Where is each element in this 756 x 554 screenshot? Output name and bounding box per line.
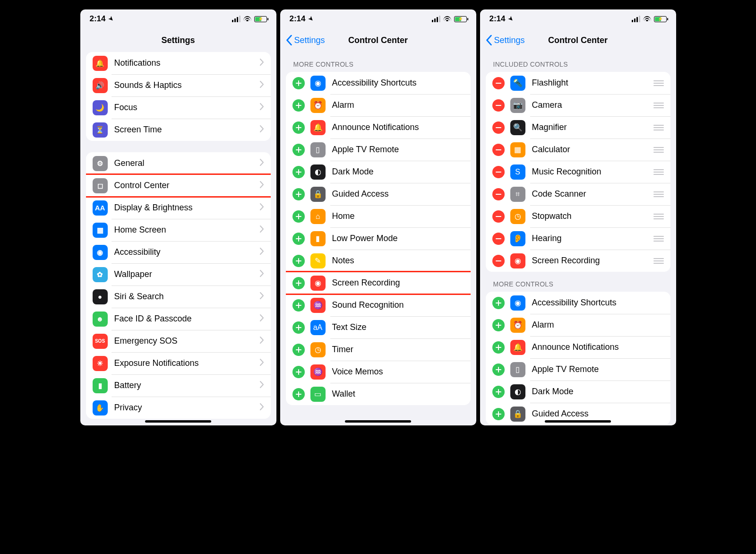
add-button[interactable] bbox=[492, 341, 505, 354]
cc-list[interactable]: Included Controls 🔦Flashlight📷Camera🔍Mag… bbox=[480, 52, 676, 425]
home-indicator[interactable] bbox=[545, 420, 611, 423]
add-button[interactable] bbox=[292, 210, 305, 223]
cc-row-accessibility-shortcuts[interactable]: ◉Accessibility Shortcuts bbox=[286, 72, 471, 94]
settings-row-siri-search[interactable]: ●Siri & Search bbox=[86, 286, 271, 308]
add-button[interactable] bbox=[292, 77, 305, 89]
cc-row-accessibility-shortcuts[interactable]: ◉Accessibility Shortcuts bbox=[486, 292, 670, 314]
settings-row-control-center[interactable]: ◻Control Center bbox=[86, 174, 271, 197]
cc-row-timer[interactable]: ◷Timer bbox=[286, 338, 471, 361]
add-button[interactable] bbox=[492, 297, 505, 309]
settings-row-face-id-passcode[interactable]: ☻Face ID & Passcode bbox=[86, 308, 271, 330]
back-button[interactable]: Settings bbox=[486, 35, 525, 45]
drag-handle-icon[interactable] bbox=[653, 101, 664, 110]
home-indicator[interactable] bbox=[345, 420, 411, 423]
cc-row-code-scanner[interactable]: ⌗Code Scanner bbox=[486, 183, 670, 205]
cc-row-flashlight[interactable]: 🔦Flashlight bbox=[486, 72, 670, 94]
add-button[interactable] bbox=[292, 366, 305, 378]
add-button[interactable] bbox=[292, 188, 305, 200]
cc-row-text-size[interactable]: aAText Size bbox=[286, 316, 471, 338]
settings-row-screen-time[interactable]: ⏳Screen Time bbox=[86, 119, 271, 141]
settings-row-accessibility[interactable]: ◉Accessibility bbox=[86, 241, 271, 263]
row-label: Camera bbox=[532, 100, 653, 110]
drag-handle-icon[interactable] bbox=[653, 234, 664, 243]
drag-handle-icon[interactable] bbox=[653, 212, 664, 221]
cc-row-low-power-mode[interactable]: ▮Low Power Mode bbox=[286, 227, 471, 250]
rem-button[interactable] bbox=[492, 233, 505, 245]
rem-button[interactable] bbox=[492, 144, 505, 156]
cc-row-announce-notifications[interactable]: 🔔Announce Notifications bbox=[486, 336, 670, 358]
cc-row-announce-notifications[interactable]: 🔔Announce Notifications bbox=[286, 116, 471, 138]
code-scanner-icon: ⌗ bbox=[510, 187, 525, 202]
add-button[interactable] bbox=[292, 388, 305, 400]
add-button[interactable] bbox=[292, 344, 305, 356]
cc-row-stopwatch[interactable]: ◷Stopwatch bbox=[486, 205, 670, 227]
add-button[interactable] bbox=[492, 408, 505, 420]
home-indicator[interactable] bbox=[145, 420, 211, 423]
rem-button[interactable] bbox=[492, 121, 505, 134]
cc-row-screen-recording[interactable]: ◉Screen Recording bbox=[286, 272, 471, 294]
cc-row-dark-mode[interactable]: ◐Dark Mode bbox=[286, 161, 471, 183]
cc-row-notes[interactable]: ✎Notes bbox=[286, 250, 471, 272]
rem-button[interactable] bbox=[492, 188, 505, 200]
cc-row-alarm[interactable]: ⏰Alarm bbox=[486, 314, 670, 336]
rem-button[interactable] bbox=[492, 255, 505, 267]
settings-row-sounds-haptics[interactable]: 🔊Sounds & Haptics bbox=[86, 74, 271, 96]
add-button[interactable] bbox=[292, 233, 305, 245]
add-button[interactable] bbox=[292, 121, 305, 134]
add-button[interactable] bbox=[292, 299, 305, 312]
settings-row-battery[interactable]: ▮Battery bbox=[86, 374, 271, 397]
cc-row-calculator[interactable]: ▦Calculator bbox=[486, 138, 670, 161]
add-button[interactable] bbox=[292, 166, 305, 178]
settings-row-emergency-sos[interactable]: SOSEmergency SOS bbox=[86, 330, 271, 352]
cc-row-hearing[interactable]: 👂Hearing bbox=[486, 227, 670, 250]
add-button[interactable] bbox=[292, 144, 305, 156]
add-button[interactable] bbox=[492, 386, 505, 398]
add-button[interactable] bbox=[292, 321, 305, 334]
cc-row-screen-recording[interactable]: ◉Screen Recording bbox=[486, 250, 670, 272]
settings-row-focus[interactable]: 🌙Focus bbox=[86, 96, 271, 119]
settings-row-privacy[interactable]: ✋Privacy bbox=[86, 397, 271, 419]
cc-row-voice-memos[interactable]: ♒Voice Memos bbox=[286, 361, 471, 383]
settings-row-display-brightness[interactable]: AADisplay & Brightness bbox=[86, 197, 271, 219]
rem-button[interactable] bbox=[492, 99, 505, 112]
cc-list[interactable]: More Controls ◉Accessibility Shortcuts⏰A… bbox=[280, 52, 476, 425]
row-label: Calculator bbox=[532, 145, 653, 155]
add-button[interactable] bbox=[292, 277, 305, 289]
add-button[interactable] bbox=[492, 364, 505, 376]
settings-row-wallpaper[interactable]: ✿Wallpaper bbox=[86, 263, 271, 286]
drag-handle-icon[interactable] bbox=[653, 123, 664, 132]
cc-row-apple-tv-remote[interactable]: ▯Apple TV Remote bbox=[286, 138, 471, 161]
rem-button[interactable] bbox=[492, 77, 505, 89]
settings-row-home-screen[interactable]: ▦Home Screen bbox=[86, 219, 271, 241]
cc-row-sound-recognition[interactable]: ♒Sound Recognition bbox=[286, 294, 471, 316]
cc-row-alarm[interactable]: ⏰Alarm bbox=[286, 94, 471, 116]
rem-button[interactable] bbox=[492, 166, 505, 178]
chevron-right-icon bbox=[260, 225, 264, 234]
cc-row-dark-mode[interactable]: ◐Dark Mode bbox=[486, 381, 670, 403]
cc-row-apple-tv-remote[interactable]: ▯Apple TV Remote bbox=[486, 358, 670, 381]
cc-row-camera[interactable]: 📷Camera bbox=[486, 94, 670, 116]
phone-cc-more: 2:14➤ ⚡ Settings Control Center More Con… bbox=[280, 9, 476, 425]
cc-row-magnifier[interactable]: 🔍Magnifier bbox=[486, 116, 670, 138]
back-button[interactable]: Settings bbox=[286, 35, 325, 45]
drag-handle-icon[interactable] bbox=[653, 79, 664, 87]
settings-row-general[interactable]: ⚙General bbox=[86, 152, 271, 174]
nav-bar: Settings Control Center bbox=[480, 28, 676, 52]
drag-handle-icon[interactable] bbox=[653, 146, 664, 154]
add-button[interactable] bbox=[292, 99, 305, 112]
settings-row-notifications[interactable]: 🔔Notifications bbox=[86, 52, 271, 74]
cc-row-guided-access[interactable]: 🔒Guided Access bbox=[286, 183, 471, 205]
rem-button[interactable] bbox=[492, 210, 505, 223]
location-icon: ➤ bbox=[507, 15, 515, 23]
add-button[interactable] bbox=[292, 255, 305, 267]
cc-row-wallet[interactable]: ▭Wallet bbox=[286, 383, 471, 405]
settings-list[interactable]: 🔔Notifications🔊Sounds & Haptics🌙Focus⏳Sc… bbox=[80, 52, 276, 425]
settings-row-exposure-notifications[interactable]: ☀Exposure Notifications bbox=[86, 352, 271, 374]
general-icon: ⚙ bbox=[93, 156, 108, 171]
drag-handle-icon[interactable] bbox=[653, 257, 664, 265]
drag-handle-icon[interactable] bbox=[653, 168, 664, 176]
cc-row-home[interactable]: ⌂Home bbox=[286, 205, 471, 227]
cc-row-music-recognition[interactable]: SMusic Recognition bbox=[486, 161, 670, 183]
drag-handle-icon[interactable] bbox=[653, 190, 664, 199]
add-button[interactable] bbox=[492, 319, 505, 331]
